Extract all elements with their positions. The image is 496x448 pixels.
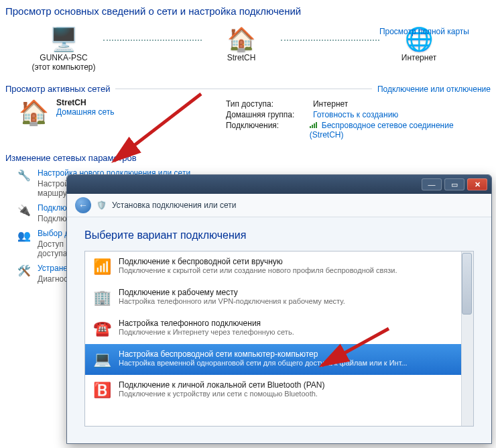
- minimize-button[interactable]: —: [422, 178, 442, 190]
- phone-icon: ☎️: [92, 319, 112, 339]
- change-settings-heading: Изменение сетевых параметров: [5, 153, 496, 163]
- option-title: Подключение к личной локальной сети Blue…: [119, 380, 325, 390]
- option-bluetooth[interactable]: 🅱️ Подключение к личной локальной сети B…: [85, 375, 473, 406]
- connect-disconnect-link[interactable]: Подключение или отключение: [377, 85, 491, 94]
- homegroup-icon: 👥: [17, 229, 31, 242]
- map-node-sublabel: (этот компьютер): [32, 62, 96, 72]
- option-title: Настройка телефонного подключения: [119, 319, 294, 328]
- option-dialup[interactable]: ☎️ Настройка телефонного подключенияПодк…: [85, 313, 473, 344]
- homegroup-label: Домашняя группа:: [226, 110, 313, 119]
- wizard-dialog: — ▭ ✕ ← 🛡️ Установка подключения или сет…: [66, 174, 492, 444]
- option-title: Настройка беспроводной сети компьютер-ко…: [119, 349, 408, 359]
- active-network: 🏠 StretCH Домашняя сеть Тип доступа:Инте…: [19, 98, 483, 141]
- option-title: Подключение к рабочему месту: [119, 288, 345, 297]
- scrollbar[interactable]: [461, 251, 473, 426]
- option-desc: Подключение к Интернету через телефонную…: [119, 328, 294, 336]
- back-button[interactable]: ←: [75, 197, 91, 213]
- troubleshoot-icon: 🛠️: [17, 264, 31, 277]
- option-manual-wireless[interactable]: 📶 Подключение к беспроводной сети вручну…: [85, 251, 473, 282]
- map-node-label: StretCH: [227, 53, 256, 62]
- page-title: Просмотр основных сведений о сети и наст…: [0, 0, 496, 25]
- access-label: Тип доступа:: [226, 99, 313, 109]
- adhoc-icon: 💻: [92, 349, 112, 370]
- house-icon: 🏠: [19, 98, 48, 127]
- map-node-router[interactable]: 🏠 StretCH: [204, 25, 278, 62]
- network-type-link[interactable]: Домашняя сеть: [56, 107, 114, 117]
- option-title: Подключение к беспроводной сети вручную: [119, 257, 397, 266]
- shield-icon: 🛡️: [97, 201, 107, 210]
- wireless-icon: 📶: [92, 257, 112, 277]
- close-button[interactable]: ✕: [467, 178, 487, 190]
- breadcrumb: ← 🛡️ Установка подключения или сети: [67, 194, 491, 217]
- bluetooth-icon: 🅱️: [92, 380, 112, 400]
- wizard-title: Выберите вариант подключения: [84, 229, 474, 241]
- map-node-label: GUNKA-PSC: [40, 53, 87, 62]
- house-icon: 🏠: [227, 25, 255, 53]
- signal-icon: [310, 121, 319, 128]
- building-icon: 🏢: [92, 288, 112, 308]
- view-full-map-link[interactable]: Просмотр полной карты: [379, 27, 469, 36]
- option-workplace[interactable]: 🏢 Подключение к рабочему местуНастройка …: [85, 282, 473, 313]
- network-name: StretCH: [56, 98, 114, 107]
- option-desc: Подключение к устройству или сети с помо…: [119, 390, 325, 398]
- network-setup-icon: 🔧: [17, 168, 31, 182]
- connections-label: Подключения:: [226, 121, 310, 130]
- scroll-thumb[interactable]: [462, 253, 472, 315]
- connection-link[interactable]: Беспроводное сетевое соединение (StretCH…: [310, 121, 454, 139]
- option-desc: Подключение к скрытой сети или создание …: [119, 266, 397, 274]
- access-value: Интернет: [313, 99, 348, 109]
- map-node-this-pc[interactable]: 🖥️ GUNKA-PSC (этот компьютер): [27, 25, 101, 72]
- option-list: 📶 Подключение к беспроводной сети вручну…: [84, 251, 474, 427]
- computer-icon: 🖥️: [50, 25, 78, 53]
- homegroup-link[interactable]: Готовность к созданию: [313, 110, 398, 119]
- option-desc: Настройка временной одноранговой сети дл…: [119, 359, 408, 367]
- option-desc: Настройка телефонного или VPN-подключени…: [119, 297, 345, 305]
- connect-icon: 🔌: [17, 203, 31, 217]
- active-networks-heading: Просмотр активных сетей: [5, 84, 110, 94]
- map-node-label: Интернет: [401, 53, 436, 62]
- map-link: [103, 40, 202, 42]
- maximize-button[interactable]: ▭: [444, 178, 464, 190]
- breadcrumb-text: Установка подключения или сети: [112, 201, 236, 210]
- option-adhoc-selected[interactable]: 💻 Настройка беспроводной сети компьютер-…: [85, 344, 473, 375]
- map-link: [281, 40, 379, 42]
- divider: [115, 89, 371, 89]
- titlebar: — ▭ ✕: [67, 175, 491, 194]
